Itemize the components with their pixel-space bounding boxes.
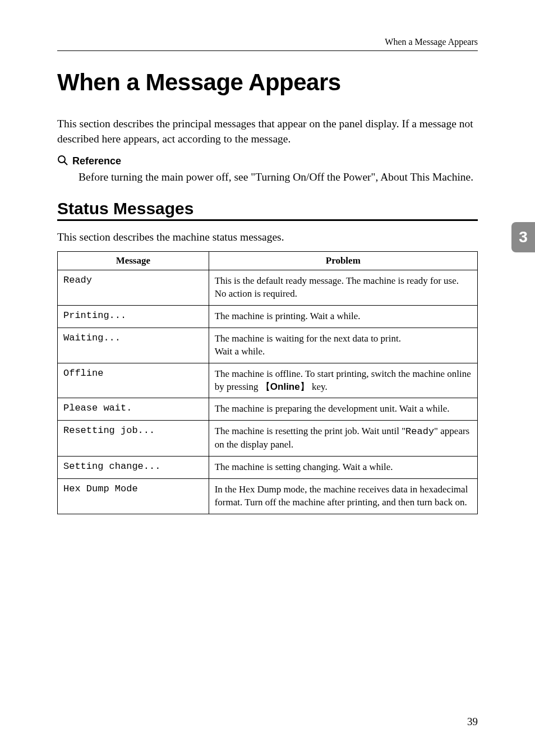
- message-cell: Resetting job...: [58, 421, 209, 457]
- table-row: Printing...The machine is printing. Wait…: [58, 305, 478, 328]
- problem-cell: The machine is preparing the development…: [209, 398, 477, 421]
- problem-cell: The machine is offline. To start printin…: [209, 363, 477, 398]
- table-row: Waiting...The machine is waiting for the…: [58, 328, 478, 363]
- table-row: Resetting job...The machine is resetting…: [58, 421, 478, 457]
- message-cell: Setting change...: [58, 457, 209, 479]
- reference-label: Reference: [72, 155, 121, 167]
- svg-line-1: [64, 162, 68, 165]
- status-section-title: Status Messages: [57, 199, 478, 221]
- status-table: Message Problem ReadyThis is the default…: [57, 251, 478, 514]
- message-cell: Ready: [58, 270, 209, 305]
- table-row: Hex Dump ModeIn the Hex Dump mode, the m…: [58, 479, 478, 514]
- message-cell: Hex Dump Mode: [58, 479, 209, 514]
- message-cell: Waiting...: [58, 328, 209, 363]
- table-row: Please wait.The machine is preparing the…: [58, 398, 478, 421]
- running-head: When a Message Appears: [57, 37, 478, 51]
- problem-cell: The machine is setting changing. Wait a …: [209, 457, 477, 479]
- problem-cell: The machine is waiting for the next data…: [209, 328, 477, 363]
- message-cell: Printing...: [58, 305, 209, 328]
- message-cell: Please wait.: [58, 398, 209, 421]
- col-header-problem: Problem: [209, 251, 477, 270]
- status-intro: This section describes the machine statu…: [57, 231, 478, 243]
- col-header-message: Message: [58, 251, 209, 270]
- intro-paragraph: This section describes the principal mes…: [57, 116, 478, 147]
- table-row: OfflineThe machine is offline. To start …: [58, 363, 478, 398]
- reference-heading: Reference: [57, 155, 478, 167]
- table-row: ReadyThis is the default ready message. …: [58, 270, 478, 305]
- table-header-row: Message Problem: [58, 251, 478, 270]
- message-cell: Offline: [58, 363, 209, 398]
- problem-cell: The machine is resetting the print job. …: [209, 421, 477, 457]
- table-row: Setting change...The machine is setting …: [58, 457, 478, 479]
- problem-cell: This is the default ready message. The m…: [209, 270, 477, 305]
- svg-point-0: [58, 156, 65, 163]
- chapter-tab: 3: [511, 222, 535, 252]
- main-title: When a Message Appears: [57, 69, 478, 96]
- problem-cell: In the Hex Dump mode, the machine receiv…: [209, 479, 477, 514]
- page-number: 39: [467, 716, 478, 728]
- problem-cell: The machine is printing. Wait a while.: [209, 305, 477, 328]
- magnifier-icon: [57, 155, 72, 167]
- reference-body: Before turning the main power off, see "…: [57, 169, 478, 185]
